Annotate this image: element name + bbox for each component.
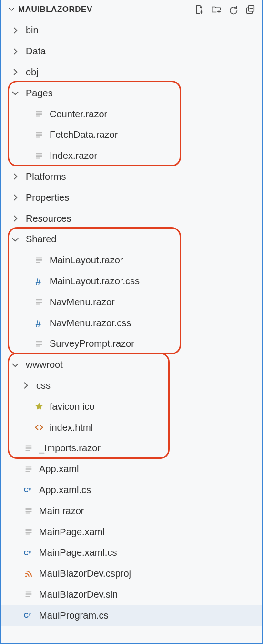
item-label: Platforms xyxy=(26,171,66,182)
file-lines-icon xyxy=(33,296,45,308)
file-row[interactable]: MauiBlazorDev.sln xyxy=(1,584,262,605)
folder-row[interactable]: Pages xyxy=(1,83,262,104)
file-row[interactable]: Index.razor xyxy=(1,145,262,166)
chevron-down-icon[interactable] xyxy=(7,6,16,13)
refresh-icon[interactable] xyxy=(228,4,239,15)
explorer-header: MAUIBLAZORDEV xyxy=(1,0,262,19)
chevron-right-icon[interactable] xyxy=(10,25,21,36)
file-row[interactable]: MainPage.xaml xyxy=(1,521,262,542)
chevron-right-icon[interactable] xyxy=(10,46,21,57)
project-title: MAUIBLAZORDEV xyxy=(16,5,193,14)
item-label: SurveyPrompt.razor xyxy=(50,338,134,349)
file-row[interactable]: #MainLayout.razor.css xyxy=(1,271,262,292)
svg-text:#: # xyxy=(29,613,31,617)
svg-text:#: # xyxy=(36,318,41,328)
file-row[interactable]: index.html xyxy=(1,417,262,438)
file-row[interactable]: FetchData.razor xyxy=(1,125,262,145)
item-label: MauiProgram.cs xyxy=(39,610,109,621)
file-row[interactable]: NavMenu.razor xyxy=(1,291,262,312)
file-lines-icon xyxy=(23,464,34,475)
new-folder-icon[interactable] xyxy=(211,4,222,15)
item-label: css xyxy=(36,380,51,391)
new-file-icon[interactable] xyxy=(193,4,205,15)
item-label: Pages xyxy=(26,88,53,99)
file-lines-icon xyxy=(23,589,34,600)
item-label: favicon.ico xyxy=(50,401,95,412)
item-label: MauiBlazorDev.csproj xyxy=(39,568,131,579)
folder-row[interactable]: Shared xyxy=(1,229,262,250)
chevron-right-icon[interactable] xyxy=(10,213,21,224)
file-lines-icon xyxy=(33,108,45,120)
item-label: MainPage.xaml.cs xyxy=(39,547,117,558)
item-label: index.html xyxy=(50,422,93,433)
folder-row[interactable]: Properties xyxy=(1,187,262,208)
item-label: Resources xyxy=(26,213,71,224)
header-actions xyxy=(193,4,256,15)
explorer-panel: MAUIBLAZORDEV binDataobjPagesCounter.raz… xyxy=(0,0,263,644)
item-label: FetchData.razor xyxy=(50,129,118,140)
svg-text:C: C xyxy=(24,487,29,494)
file-row[interactable]: MainLayout.razor xyxy=(1,250,262,271)
file-row[interactable]: favicon.ico xyxy=(1,396,262,417)
star-icon xyxy=(33,401,45,412)
folder-row[interactable]: bin xyxy=(1,20,262,41)
file-lines-icon xyxy=(33,150,45,162)
folder-row[interactable]: wwwroot xyxy=(1,354,262,375)
svg-text:#: # xyxy=(36,276,41,286)
chevron-right-icon[interactable] xyxy=(10,171,21,182)
folder-row[interactable]: Data xyxy=(1,41,262,62)
item-label: _Imports.razor xyxy=(39,443,101,454)
item-label: MainPage.xaml xyxy=(39,527,105,538)
chevron-down-icon[interactable] xyxy=(10,234,21,245)
csharp-icon: C# xyxy=(23,484,34,496)
item-label: MainLayout.razor xyxy=(50,255,123,266)
file-lines-icon xyxy=(23,505,34,517)
folder-row[interactable]: obj xyxy=(1,62,262,83)
item-label: App.xaml xyxy=(39,464,79,475)
file-tree: binDataobjPagesCounter.razorFetchData.ra… xyxy=(1,19,262,626)
file-lines-icon xyxy=(23,526,34,538)
item-label: Data xyxy=(26,46,46,57)
folder-row[interactable]: Platforms xyxy=(1,166,262,187)
file-lines-icon xyxy=(33,255,45,266)
file-row[interactable]: SurveyPrompt.razor xyxy=(1,333,262,354)
chevron-down-icon[interactable] xyxy=(10,87,21,99)
item-label: Shared xyxy=(26,234,57,245)
file-lines-icon xyxy=(33,129,45,141)
item-label: Properties xyxy=(26,192,69,203)
file-row[interactable]: #NavMenu.razor.css xyxy=(1,312,262,333)
chevron-right-icon[interactable] xyxy=(10,66,21,78)
file-row[interactable]: Counter.razor xyxy=(1,104,262,125)
item-label: bin xyxy=(26,25,39,36)
csharp-icon: C# xyxy=(23,547,34,559)
svg-text:#: # xyxy=(29,487,31,492)
folder-row[interactable]: Resources xyxy=(1,208,262,229)
item-label: wwwroot xyxy=(26,359,63,370)
chevron-down-icon[interactable] xyxy=(10,359,21,371)
chevron-right-icon[interactable] xyxy=(20,380,31,391)
item-label: Main.razor xyxy=(39,506,84,517)
svg-text:C: C xyxy=(24,612,29,619)
item-label: Counter.razor xyxy=(50,109,107,120)
chevron-right-icon[interactable] xyxy=(10,192,21,203)
file-row[interactable]: _Imports.razor xyxy=(1,438,262,459)
hash-icon: # xyxy=(33,275,45,287)
file-row[interactable]: C#MainPage.xaml.cs xyxy=(1,542,262,563)
code-icon xyxy=(33,422,45,433)
file-row[interactable]: App.xaml xyxy=(1,459,262,480)
file-row[interactable]: C#MauiProgram.cs xyxy=(1,605,262,626)
hash-icon: # xyxy=(33,317,45,329)
item-label: NavMenu.razor.css xyxy=(50,318,131,329)
file-row[interactable]: C#App.xaml.cs xyxy=(1,480,262,501)
svg-text:C: C xyxy=(24,549,29,556)
file-lines-icon xyxy=(33,338,45,350)
svg-point-7 xyxy=(25,575,27,577)
folder-row[interactable]: css xyxy=(1,375,262,396)
file-row[interactable]: Main.razor xyxy=(1,500,262,521)
item-label: obj xyxy=(26,67,39,78)
collapse-all-icon[interactable] xyxy=(245,4,256,15)
file-row[interactable]: MauiBlazorDev.csproj xyxy=(1,563,262,584)
csharp-icon: C# xyxy=(23,610,34,621)
item-label: Index.razor xyxy=(50,150,97,161)
item-label: NavMenu.razor xyxy=(50,297,115,308)
